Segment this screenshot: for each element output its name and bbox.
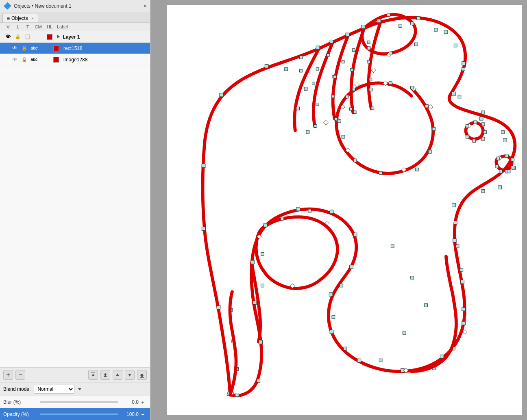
layer-row[interactable]: 👁 🔒 📋 Layer 1 xyxy=(0,31,150,43)
layer-lock-icon[interactable]: 🔒 xyxy=(13,34,23,39)
svg-rect-89 xyxy=(304,87,307,91)
svg-rect-149 xyxy=(462,307,465,311)
svg-rect-102 xyxy=(338,119,341,123)
svg-rect-91 xyxy=(306,130,309,134)
svg-rect-138 xyxy=(353,111,356,114)
rect-label[interactable]: rect1518 xyxy=(62,45,147,51)
svg-rect-97 xyxy=(428,150,431,154)
svg-rect-93 xyxy=(389,81,392,84)
blend-mode-select[interactable]: NormalMultiplyScreenOverlayDarkenLighten… xyxy=(34,385,74,394)
svg-rect-21 xyxy=(444,30,448,34)
svg-rect-113 xyxy=(481,137,485,141)
column-headers: V L T CM HL Label xyxy=(0,23,150,31)
panel-close-button[interactable]: × xyxy=(144,3,147,9)
svg-rect-108 xyxy=(367,47,370,50)
svg-rect-77 xyxy=(281,217,284,220)
svg-rect-122 xyxy=(495,165,499,168)
svg-rect-28 xyxy=(452,204,456,207)
move-to-top-button[interactable] xyxy=(88,370,98,380)
svg-rect-117 xyxy=(505,154,508,157)
svg-rect-43 xyxy=(253,301,257,305)
svg-rect-94 xyxy=(411,86,414,89)
svg-rect-70 xyxy=(425,304,428,307)
svg-rect-90 xyxy=(296,107,300,110)
col-l: L xyxy=(13,24,23,29)
svg-rect-115 xyxy=(466,135,469,139)
svg-rect-99 xyxy=(379,171,382,175)
rect-visibility-icon[interactable]: 👁 xyxy=(10,45,20,51)
objects-tab-close[interactable]: × xyxy=(31,16,34,21)
svg-rect-39 xyxy=(330,210,333,214)
rect-type-icon: abc xyxy=(29,46,39,50)
image-lock-icon[interactable]: 🔒 xyxy=(20,57,29,62)
svg-rect-84 xyxy=(458,95,461,98)
svg-marker-4 xyxy=(116,373,119,376)
svg-rect-86 xyxy=(454,44,457,47)
move-up-button[interactable] xyxy=(113,370,122,380)
svg-rect-82 xyxy=(501,130,505,134)
move-up-top-button[interactable] xyxy=(100,370,110,380)
svg-rect-140 xyxy=(367,61,370,63)
svg-rect-128 xyxy=(316,67,319,70)
svg-rect-96 xyxy=(432,128,436,131)
svg-rect-120 xyxy=(507,170,510,173)
svg-rect-146 xyxy=(257,379,260,383)
svg-marker-1 xyxy=(91,374,95,376)
layer-visibility-icon[interactable]: 👁 xyxy=(3,34,13,40)
blur-add-button[interactable]: + xyxy=(139,399,147,405)
blur-value: 0.0 xyxy=(118,399,139,405)
move-to-bottom-button[interactable] xyxy=(137,370,147,380)
horse-svg: .horse-path { fill: none; stroke: #dd000… xyxy=(167,5,522,415)
svg-rect-17 xyxy=(346,33,349,37)
svg-rect-151 xyxy=(456,245,459,248)
objects-tab[interactable]: ≡ Objects × xyxy=(2,14,38,22)
svg-rect-42 xyxy=(251,260,255,264)
image-visibility-icon[interactable]: 👁 xyxy=(10,56,20,63)
image-label[interactable]: image1288 xyxy=(62,57,147,63)
canvas-area[interactable]: .horse-path { fill: none; stroke: #dd000… xyxy=(150,0,527,420)
blur-slider[interactable] xyxy=(40,401,118,403)
svg-rect-100 xyxy=(353,159,357,162)
opacity-row: Opacity (%) 100.0 − xyxy=(0,408,150,420)
svg-rect-83 xyxy=(481,111,485,114)
svg-rect-79 xyxy=(261,284,264,287)
svg-rect-24 xyxy=(479,117,483,120)
svg-rect-132 xyxy=(342,61,344,63)
move-down-button[interactable] xyxy=(125,370,135,380)
opacity-slider[interactable] xyxy=(40,414,118,415)
svg-rect-105 xyxy=(411,22,414,25)
objects-list: 👁 🔒 📋 Layer 1 👁 🔒 xyxy=(0,31,150,367)
svg-rect-104 xyxy=(387,13,390,17)
svg-marker-50 xyxy=(371,68,376,73)
svg-rect-133 xyxy=(334,76,337,78)
svg-marker-52 xyxy=(428,104,433,109)
svg-rect-16 xyxy=(316,46,320,50)
add-object-button[interactable]: + xyxy=(3,370,13,380)
svg-rect-32 xyxy=(440,355,444,359)
svg-rect-125 xyxy=(316,103,319,106)
svg-marker-9 xyxy=(78,388,81,390)
layer-label[interactable]: Layer 1 xyxy=(55,34,147,40)
remove-object-button[interactable]: − xyxy=(15,370,25,380)
svg-rect-29 xyxy=(453,239,456,242)
svg-rect-71 xyxy=(403,331,406,334)
svg-rect-141 xyxy=(369,78,372,81)
svg-rect-30 xyxy=(461,280,464,284)
opacity-subtract-button[interactable]: − xyxy=(139,411,147,418)
col-cm: CM xyxy=(33,24,44,29)
image-type-icon: abc xyxy=(29,57,39,62)
svg-rect-37 xyxy=(350,265,353,269)
image1288-row[interactable]: 👁 🔒 abc image1288 xyxy=(0,54,150,65)
svg-rect-14 xyxy=(220,93,223,97)
svg-rect-119 xyxy=(511,166,514,169)
svg-rect-150 xyxy=(460,268,463,271)
blur-row: Blur (%) 0.0 + xyxy=(0,396,150,408)
svg-rect-124 xyxy=(312,82,315,85)
svg-rect-20 xyxy=(416,16,420,20)
layer-color-swatch xyxy=(44,34,55,40)
rect-lock-icon[interactable]: 🔒 xyxy=(20,45,29,51)
rect1518-row[interactable]: 👁 🔒 abc rect1518 xyxy=(0,43,150,54)
layer-type-icon: 📋 xyxy=(23,34,33,39)
svg-rect-114 xyxy=(473,139,476,143)
svg-rect-136 xyxy=(351,68,353,71)
